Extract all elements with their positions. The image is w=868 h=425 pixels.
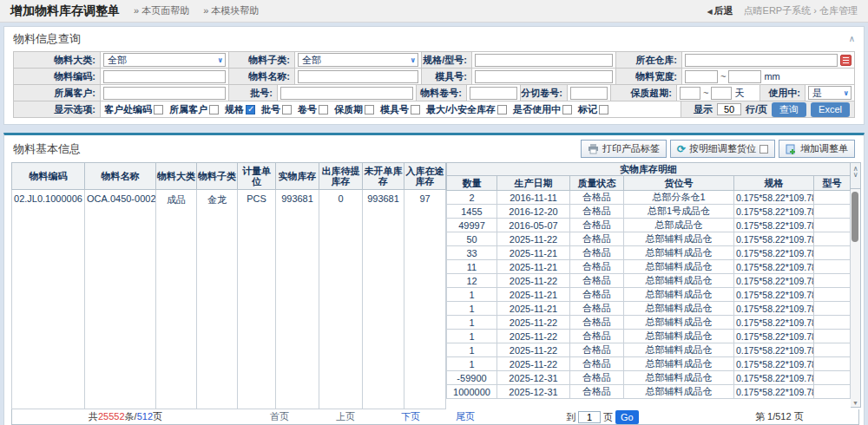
cell-model (814, 205, 851, 219)
rows-per-page-label: 行/页 (746, 103, 767, 116)
cell-model (814, 232, 851, 246)
display-option-checkbox[interactable] (599, 105, 608, 114)
stock-detail-table: 实物库存明细 数量 生产日期 质量状态 货位号 规格 型号 2 2016-11-… (446, 162, 851, 399)
detail-row[interactable]: 1455 2016-12-20 合格品 总部1号成品仓 0.175*58.22*… (447, 205, 851, 219)
prev-page-link[interactable]: 上页 (336, 409, 355, 424)
pagination-bar: 共25552条/512页 首页 上页 下页 尾页 到 页 Go 第 1/512 … (11, 409, 859, 425)
cell-qty: 1 (447, 288, 497, 302)
detail-row[interactable]: 1 2025-11-22 合格品 总部辅料成品仓 0.175*58.22*109… (447, 330, 851, 343)
material-code-input[interactable] (103, 70, 226, 83)
cell-spec: 0.175*58.22*109.78 (734, 316, 814, 330)
display-option-checkbox[interactable] (497, 105, 507, 114)
cell-prod-date: 2016-05-07 (497, 219, 570, 232)
query-panel-title: 物料信息查询 (13, 31, 81, 47)
detail-row[interactable]: -59900 2025-12-31 合格品 总部辅料成品仓 0.175*58.2… (447, 371, 851, 385)
cell-model (814, 274, 851, 288)
collapse-chevron-icon[interactable]: ∧ (849, 36, 855, 42)
goto-page-input[interactable] (578, 411, 601, 423)
scrollbar-track[interactable]: ▼ (851, 189, 860, 407)
mold-no-input[interactable] (475, 70, 613, 83)
material-width-min-input[interactable] (685, 70, 718, 83)
material-width-max-input[interactable] (728, 70, 761, 83)
cell-spec: 0.175*58.22*109.78 (734, 219, 814, 232)
detail-row[interactable]: 1 2025-11-21 合格品 总部辅料成品仓 0.175*58.22*109… (447, 302, 851, 316)
page-size-input[interactable] (717, 103, 741, 115)
adjust-by-detail-checkbox[interactable] (760, 145, 768, 154)
display-option-checkbox[interactable] (246, 105, 255, 114)
display-option-checkbox[interactable] (319, 105, 328, 114)
module-help-link[interactable]: » 本模块帮助 (203, 4, 259, 17)
slit-roll-no-input[interactable] (570, 87, 608, 100)
material-roll-no-input[interactable] (470, 87, 517, 100)
cell-prod-date: 2025-11-22 (497, 316, 570, 330)
excel-button[interactable]: Excel (811, 102, 850, 117)
display-option-checkbox[interactable] (562, 105, 572, 114)
detail-row[interactable]: 2 2016-11-11 合格品 总部分条仓1 0.175*58.22*109.… (447, 191, 851, 205)
label-material-subcategory: 物料子类: (229, 52, 295, 68)
last-page-link[interactable]: 尾页 (456, 409, 475, 424)
cell-spec: 0.175*58.22*109.78 (734, 330, 814, 343)
material-name-input[interactable] (298, 70, 418, 83)
scrollbar-thumb[interactable] (852, 192, 858, 242)
detail-row[interactable]: 1000000 2025-12-31 合格品 总部辅料成品仓 0.175*58.… (447, 385, 851, 399)
cell-model (814, 191, 851, 205)
detail-row[interactable]: 11 2025-11-21 合格品 总部辅料成品仓 0.175*58.22*10… (447, 260, 851, 274)
display-option-checkbox[interactable] (411, 105, 420, 114)
detail-row[interactable]: 49997 2016-05-07 合格品 总部成品仓 0.175*58.22*1… (447, 219, 851, 232)
header-in-transit: 入库在途库存 (404, 163, 446, 190)
cell-quality: 合格品 (570, 232, 624, 246)
cell-model (814, 385, 851, 399)
back-button[interactable]: ◀后退 (707, 4, 733, 17)
display-option-checkbox[interactable] (365, 105, 374, 114)
search-button[interactable]: 查询 (772, 102, 806, 117)
display-option-checkbox[interactable] (282, 105, 292, 114)
customer-input[interactable] (103, 87, 226, 100)
scroll-down-arrow-icon[interactable]: ▼ (851, 400, 860, 406)
detail-row[interactable]: 33 2025-11-21 合格品 总部辅料成品仓 0.175*58.22*10… (447, 246, 851, 260)
back-arrow-icon: ◀ (707, 8, 712, 16)
header-spec: 规格 (734, 176, 814, 191)
basic-info-panel: 物料基本信息 打印产品标签 ⟳ 按明细调整货位 增加调整单 物料编码 (3, 133, 865, 425)
print-label-button[interactable]: 打印产品标签 (581, 140, 667, 158)
chevron-down-icon: ∨ (411, 56, 417, 64)
shelf-overdue-min-input[interactable] (680, 87, 700, 100)
vertical-scrollbar[interactable]: ∧∨ ▼ (851, 162, 861, 408)
detail-row[interactable]: 12 2025-11-22 合格品 总部辅料成品仓 0.175*58.22*10… (447, 274, 851, 288)
go-button[interactable]: Go (615, 410, 639, 424)
page-help-link[interactable]: » 本页面帮助 (134, 4, 189, 17)
display-option-checkbox[interactable] (154, 105, 163, 114)
warehouse-picker-icon[interactable] (840, 55, 852, 66)
material-row[interactable]: 02.JL0.1000006 OCA.0450-0002-A 成品 金龙 PCS… (12, 190, 446, 409)
cell-qty: 1 (447, 357, 497, 371)
header-quality: 质量状态 (570, 176, 624, 191)
spec-model-input[interactable] (475, 54, 613, 67)
detail-row[interactable]: 50 2025-11-22 合格品 总部辅料成品仓 0.175*58.22*10… (447, 232, 851, 246)
cell-location: 总部辅料成品仓 (624, 385, 734, 399)
breadcrumb-module[interactable]: 仓库管理 (819, 5, 858, 16)
label-batch-no: 批号: (229, 85, 278, 101)
adjust-by-detail-button[interactable]: ⟳ 按明细调整货位 (670, 140, 775, 158)
page-count: 512 (137, 411, 153, 422)
detail-row[interactable]: 1 2025-11-22 合格品 总部辅料成品仓 0.175*58.22*109… (447, 357, 851, 371)
detail-row[interactable]: 1 2025-11-22 合格品 总部辅料成品仓 0.175*58.22*109… (447, 316, 851, 330)
material-category-select[interactable]: 全部∨ (103, 53, 226, 67)
detail-row[interactable]: 1 2025-11-21 合格品 总部辅料成品仓 0.175*58.22*109… (447, 288, 851, 302)
material-subcategory-select[interactable]: 全部∨ (298, 53, 418, 67)
cell-qty: 1 (447, 330, 497, 343)
display-option-checkbox[interactable] (209, 105, 219, 114)
collapse-splitter-icon[interactable]: ∧∨ (851, 163, 860, 189)
batch-no-input[interactable] (280, 87, 413, 100)
detail-row[interactable]: 1 2025-11-22 合格品 总部辅料成品仓 0.175*58.22*109… (447, 343, 851, 357)
breadcrumb-separator: › (813, 5, 817, 16)
first-page-link[interactable]: 首页 (270, 409, 289, 424)
cell-spec: 0.175*58.22*109.78 (734, 260, 814, 274)
breadcrumb-app[interactable]: 点晴ERP子系统 (744, 5, 812, 16)
warehouse-input[interactable] (685, 54, 838, 67)
next-page-link[interactable]: 下页 (401, 409, 420, 424)
breadcrumb: 点晴ERP子系统 › 仓库管理 (744, 4, 858, 17)
add-adjustment-button[interactable]: 增加调整单 (779, 140, 855, 158)
cell-model (814, 219, 851, 232)
shelf-overdue-max-input[interactable] (711, 87, 732, 100)
in-use-select[interactable]: 是∨ (808, 86, 852, 100)
cell-location: 总部辅料成品仓 (624, 357, 734, 371)
